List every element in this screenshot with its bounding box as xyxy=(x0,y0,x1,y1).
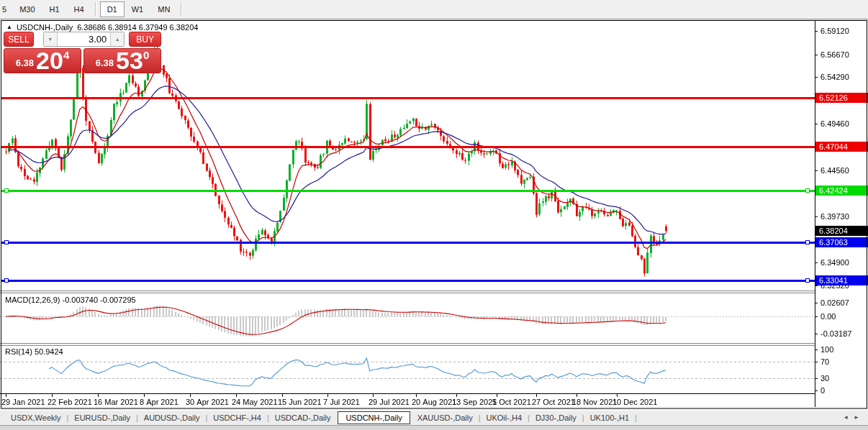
rsi-indicator-label: RSI(14) 50.9424 xyxy=(5,347,63,356)
macd-indicator-label: MACD(12,26,9) -0.003740 -0.007295 xyxy=(5,296,136,304)
timeframe-button-H4[interactable]: H4 xyxy=(67,1,91,17)
chart-tab-audusd-daily[interactable]: AUDUSD-,Daily xyxy=(139,411,205,424)
sell-price-prefix: 6.38 xyxy=(16,58,34,68)
timeframe-button-MN[interactable]: MN xyxy=(150,1,177,17)
timeframe-button-H1[interactable]: H1 xyxy=(42,1,67,17)
sell-price-main: 20 xyxy=(36,50,63,71)
timeframe-toolbar: 5M30H1H4D1W1MN xyxy=(0,0,868,19)
sell-button[interactable]: SELL xyxy=(4,32,34,47)
toolbar-separator xyxy=(95,2,96,17)
chevron-up-icon: ▲ xyxy=(115,37,120,42)
volume-stepper: ▼ 3.00 ▲ xyxy=(43,32,125,47)
chart-tab-usdchf-h4[interactable]: USDCHF-,H4 xyxy=(208,411,266,424)
volume-input[interactable]: 3.00 xyxy=(58,32,110,46)
chart-title-symbol: USDCNH-,Daily xyxy=(17,23,73,32)
chart-tab-bar: USDX,Weekly|EURUSD-,Daily|AUDUSD-,Daily|… xyxy=(0,410,868,424)
chart-tab-xauusd-daily[interactable]: XAUUSD-,Daily xyxy=(412,411,478,424)
chart-tab-eurusd-daily[interactable]: EURUSD-,Daily xyxy=(69,411,135,424)
tab-separator: | xyxy=(634,413,638,422)
price-chart-canvas[interactable] xyxy=(0,20,868,409)
sell-quote[interactable]: 6.38 20 4 xyxy=(4,48,81,73)
timeframe-button-5[interactable]: 5 xyxy=(0,1,12,17)
buy-price-prefix: 6.38 xyxy=(96,58,114,68)
scroll-right-icon[interactable]: ► xyxy=(854,414,864,421)
chart-tab-ukoil-h4[interactable]: UKOil-,H4 xyxy=(482,411,528,424)
timeframe-button-M30[interactable]: M30 xyxy=(12,1,42,17)
chart-tab-dj30-daily[interactable]: DJ30-,Daily xyxy=(530,411,582,424)
panel-toggle-icon[interactable]: ▲ xyxy=(6,24,12,31)
volume-increase-button[interactable]: ▲ xyxy=(110,32,124,46)
chart-title: ▲ USDCNH-,Daily 6.38686 6.38914 6.37949 … xyxy=(6,23,198,32)
volume-decrease-button[interactable]: ▼ xyxy=(44,32,58,46)
tab-scroll-arrows[interactable]: ◄► xyxy=(843,414,864,421)
timeframe-button-W1[interactable]: W1 xyxy=(125,1,151,17)
chart-title-ohlc: 6.38686 6.38914 6.37949 6.38204 xyxy=(77,23,198,32)
chart-tab-uk100-h1[interactable]: UK100-,H1 xyxy=(585,411,634,424)
chart-tab-usdx-weekly[interactable]: USDX,Weekly xyxy=(6,411,65,424)
buy-button[interactable]: BUY xyxy=(129,32,161,47)
one-click-trade-panel: SELL ▼ 3.00 ▲ BUY 6.38 20 4 6.38 53 0 xyxy=(4,32,161,73)
buy-price-pip: 0 xyxy=(143,49,149,61)
sell-price-pip: 4 xyxy=(63,49,69,61)
chart-window: ▲ USDCNH-,Daily 6.38686 6.38914 6.37949 … xyxy=(0,20,868,409)
scroll-left-icon[interactable]: ◄ xyxy=(843,414,854,421)
buy-price-main: 53 xyxy=(116,50,143,71)
status-strip xyxy=(0,425,868,430)
chart-tab-usdcnh-daily[interactable]: USDCNH-,Daily xyxy=(338,411,410,424)
buy-quote[interactable]: 6.38 53 0 xyxy=(83,48,161,73)
chart-tab-usdcad-daily[interactable]: USDCAD-,Daily xyxy=(270,411,336,424)
timeframe-button-D1[interactable]: D1 xyxy=(100,1,125,17)
toolbar-separator xyxy=(181,2,182,17)
chevron-down-icon: ▼ xyxy=(48,37,53,42)
